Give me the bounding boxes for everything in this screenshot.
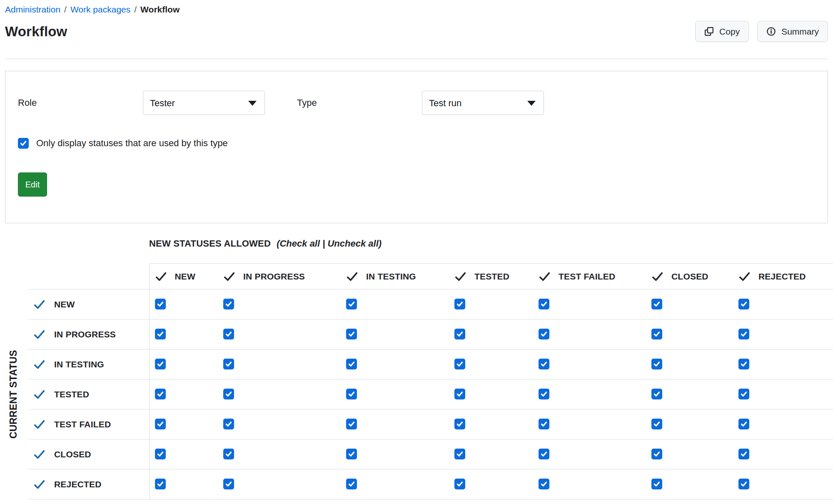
transition-checkbox[interactable] (651, 419, 662, 429)
only-display-checkbox[interactable] (18, 138, 29, 149)
transition-checkbox[interactable] (738, 359, 749, 369)
transition-checkbox[interactable] (346, 419, 357, 429)
transition-checkbox[interactable] (223, 389, 234, 399)
column-check-all-icon[interactable] (155, 272, 167, 282)
transition-cell (149, 439, 218, 469)
transition-checkbox[interactable] (738, 329, 749, 339)
matrix-caption-title: NEW STATUSES ALLOWED (149, 238, 271, 249)
row-check-all-icon[interactable] (33, 359, 45, 369)
matrix-row-tested: TESTED (28, 379, 833, 409)
row-check-all-icon[interactable] (33, 329, 45, 339)
row-check-all-icon[interactable] (33, 419, 45, 429)
transition-cell (533, 289, 646, 319)
edit-button[interactable]: Edit (18, 172, 47, 197)
transition-cell (733, 349, 833, 379)
transition-cell (533, 469, 646, 499)
breadcrumb: Administration / Work packages / Workflo… (5, 4, 828, 15)
column-check-all-icon[interactable] (539, 272, 551, 282)
transition-cell (449, 409, 533, 439)
transition-checkbox[interactable] (155, 299, 166, 309)
transition-checkbox[interactable] (539, 299, 549, 309)
check-all-uncheck-all-links[interactable]: (Check all | Uncheck all) (277, 238, 382, 249)
transition-checkbox[interactable] (223, 359, 234, 369)
transition-checkbox[interactable] (651, 359, 662, 369)
transition-cell (341, 289, 449, 319)
copy-button-label: Copy (719, 27, 740, 37)
transition-cell (733, 409, 833, 439)
transition-checkbox[interactable] (651, 329, 662, 339)
column-check-all-icon[interactable] (346, 272, 358, 282)
row-check-all-icon[interactable] (33, 299, 45, 309)
transition-checkbox[interactable] (651, 299, 662, 309)
transition-checkbox[interactable] (346, 449, 357, 459)
summary-button[interactable]: Summary (757, 21, 828, 42)
breadcrumb-link-work-packages[interactable]: Work packages (70, 4, 130, 15)
type-select[interactable]: Test run (422, 91, 544, 115)
role-label: Role (18, 97, 143, 108)
transition-checkbox[interactable] (539, 449, 549, 459)
transition-cell (646, 349, 733, 379)
transition-cell (733, 289, 833, 319)
transition-checkbox[interactable] (651, 479, 662, 489)
transition-cell (733, 469, 833, 499)
transition-checkbox[interactable] (454, 389, 465, 399)
transition-checkbox[interactable] (155, 329, 166, 339)
transition-checkbox[interactable] (738, 419, 749, 429)
row-check-all-icon[interactable] (33, 449, 45, 459)
transition-checkbox[interactable] (454, 419, 465, 429)
transition-checkbox[interactable] (155, 479, 166, 489)
transition-checkbox[interactable] (651, 389, 662, 399)
column-check-all-icon[interactable] (454, 272, 466, 282)
transition-checkbox[interactable] (539, 329, 549, 339)
transition-checkbox[interactable] (539, 389, 549, 399)
transition-checkbox[interactable] (454, 359, 465, 369)
only-display-label[interactable]: Only display statuses that are used by t… (36, 138, 228, 149)
workflow-filter-panel: Role Tester Type Test run Only display s… (5, 71, 828, 223)
transition-checkbox[interactable] (346, 359, 357, 369)
transition-checkbox[interactable] (738, 449, 749, 459)
copy-button[interactable]: Copy (695, 21, 749, 42)
transition-checkbox[interactable] (155, 419, 166, 429)
transition-cell (218, 469, 341, 499)
row-check-all-icon[interactable] (33, 479, 45, 489)
row-check-all-icon[interactable] (33, 389, 45, 399)
transition-checkbox[interactable] (346, 329, 357, 339)
transition-checkbox[interactable] (346, 299, 357, 309)
transition-checkbox[interactable] (539, 419, 549, 429)
role-select[interactable]: Tester (143, 91, 265, 115)
transition-cell (646, 319, 733, 349)
row-header-in-testing: IN TESTING (28, 349, 149, 379)
transition-checkbox[interactable] (454, 299, 465, 309)
column-check-all-icon[interactable] (223, 272, 235, 282)
transition-cell (149, 349, 218, 379)
transition-checkbox[interactable] (454, 449, 465, 459)
transition-checkbox[interactable] (651, 449, 662, 459)
matrix-row-rejected: REJECTED (28, 469, 833, 499)
column-check-all-icon[interactable] (651, 272, 663, 282)
row-header-label: CLOSED (54, 449, 91, 459)
transition-checkbox[interactable] (223, 299, 234, 309)
transition-checkbox[interactable] (539, 479, 549, 489)
transition-checkbox[interactable] (223, 329, 234, 339)
column-check-all-icon[interactable] (738, 272, 751, 282)
transition-checkbox[interactable] (738, 389, 749, 399)
transition-checkbox[interactable] (346, 479, 357, 489)
column-header-new: NEW (149, 264, 218, 289)
transition-checkbox[interactable] (454, 329, 465, 339)
transition-checkbox[interactable] (738, 479, 749, 489)
transition-checkbox[interactable] (346, 389, 357, 399)
transition-checkbox[interactable] (155, 449, 166, 459)
transition-checkbox[interactable] (155, 359, 166, 369)
transition-checkbox[interactable] (155, 389, 166, 399)
transition-checkbox[interactable] (223, 479, 234, 489)
page-title: Workflow (5, 24, 67, 40)
transition-checkbox[interactable] (738, 299, 749, 309)
transition-checkbox[interactable] (454, 479, 465, 489)
transition-checkbox[interactable] (223, 419, 234, 429)
transition-checkbox[interactable] (223, 449, 234, 459)
transition-checkbox[interactable] (539, 359, 549, 369)
transition-cell (533, 319, 646, 349)
transition-cell (646, 409, 733, 439)
breadcrumb-link-administration[interactable]: Administration (5, 4, 60, 15)
row-header-label: NEW (54, 299, 75, 309)
